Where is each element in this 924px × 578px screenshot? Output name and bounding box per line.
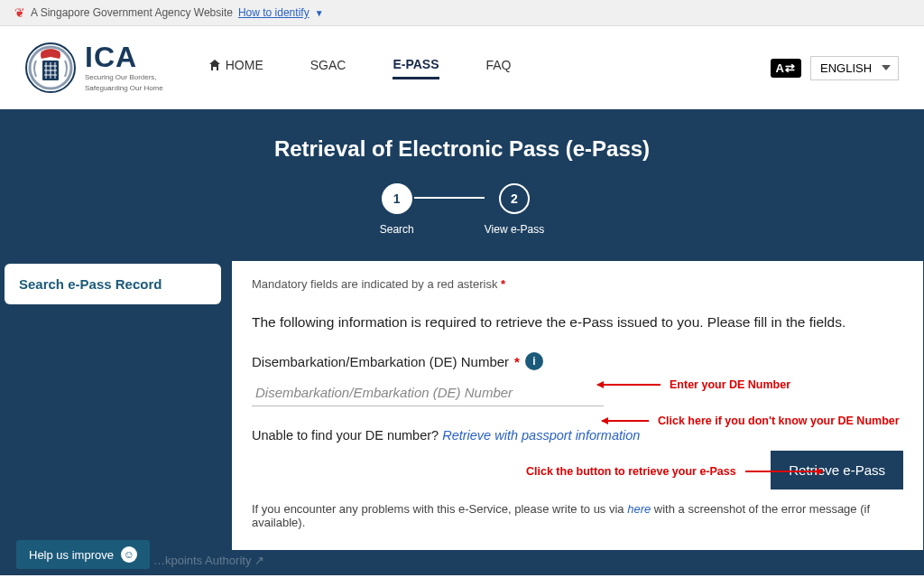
contact-note: If you encounter any problems with this … xyxy=(252,502,896,529)
smiley-icon: ☺ xyxy=(121,546,137,563)
gov-banner: ❦ A Singapore Government Agency Website … xyxy=(0,0,924,26)
annotation-de-number: Enter your DE Number xyxy=(597,378,790,391)
stepper: 1 Search 2 View e-Pass xyxy=(0,183,924,236)
retrieve-passport-link[interactable]: Retrieve with passport information xyxy=(442,428,640,443)
asterisk-icon: * xyxy=(501,277,505,291)
arrow-icon xyxy=(602,420,649,422)
page-title: Retrieval of Electronic Pass (e-Pass) xyxy=(0,136,924,162)
gov-banner-text: A Singapore Government Agency Website xyxy=(31,6,233,19)
logo[interactable]: ICA Securing Our Borders, Safeguarding O… xyxy=(25,42,163,93)
content-wrap: Search e-Pass Record Mandatory fields ar… xyxy=(0,261,924,550)
main-panel: Mandatory fields are indicated by a red … xyxy=(232,261,923,550)
arrow-icon xyxy=(745,471,823,472)
nav-sgac[interactable]: SGAC xyxy=(310,57,346,79)
nav-home[interactable]: HOME xyxy=(208,57,263,79)
logo-tagline-2: Safeguarding Our Home xyxy=(85,84,163,93)
nav-epass[interactable]: E-PASS xyxy=(393,57,439,79)
arrow-icon xyxy=(597,384,661,386)
feedback-label: Help us improve xyxy=(29,548,114,562)
logo-tagline-1: Securing Our Borders, xyxy=(85,73,163,82)
step-2-label: View e-Pass xyxy=(485,223,544,236)
feedback-button[interactable]: Help us improve ☺ xyxy=(16,540,150,569)
singapore-lion-icon: ❦ xyxy=(14,5,25,20)
how-to-identify-link[interactable]: How to identify xyxy=(238,6,310,19)
mandatory-note: Mandatory fields are indicated by a red … xyxy=(252,277,896,291)
header-nav: ICA Securing Our Borders, Safeguarding O… xyxy=(0,26,924,109)
home-icon xyxy=(208,59,221,71)
chevron-down-icon: ▼ xyxy=(315,8,324,18)
info-icon[interactable]: i xyxy=(525,352,543,370)
contact-here-link[interactable]: here xyxy=(627,502,651,516)
de-number-input[interactable] xyxy=(252,376,604,406)
nav-home-label: HOME xyxy=(226,58,263,72)
de-number-label: Disembarkation/Embarkation (DE) Number *… xyxy=(252,352,896,370)
step-2-circle: 2 xyxy=(499,183,530,214)
form-intro: The following information is required to… xyxy=(252,314,896,331)
sidebar: Search e-Pass Record xyxy=(1,261,225,550)
step-1-label: Search xyxy=(380,223,414,236)
sidebar-item-search-epass[interactable]: Search e-Pass Record xyxy=(5,264,221,304)
required-asterisk: * xyxy=(514,354,520,369)
annotation-retrieve-button: Click the button to retrieve your e-Pass xyxy=(526,465,823,478)
annotation-passport-link: Click here if you don't know your DE Num… xyxy=(602,415,900,427)
language-select[interactable]: ENGLISH xyxy=(810,56,899,80)
nav-faq[interactable]: FAQ xyxy=(486,57,512,79)
step-1-circle: 1 xyxy=(382,183,412,214)
step-connector xyxy=(414,197,485,199)
step-search: 1 Search xyxy=(380,183,414,236)
step-view-epass: 2 View e-Pass xyxy=(485,183,544,236)
logo-abbr: ICA xyxy=(85,42,163,71)
translate-icon: A⇄ xyxy=(771,59,801,78)
alt-retrieval-row: Unable to find your DE number? Retrieve … xyxy=(252,428,896,443)
ica-crest-icon xyxy=(25,42,76,93)
hero-banner: Retrieval of Electronic Pass (e-Pass) 1 … xyxy=(0,109,924,261)
